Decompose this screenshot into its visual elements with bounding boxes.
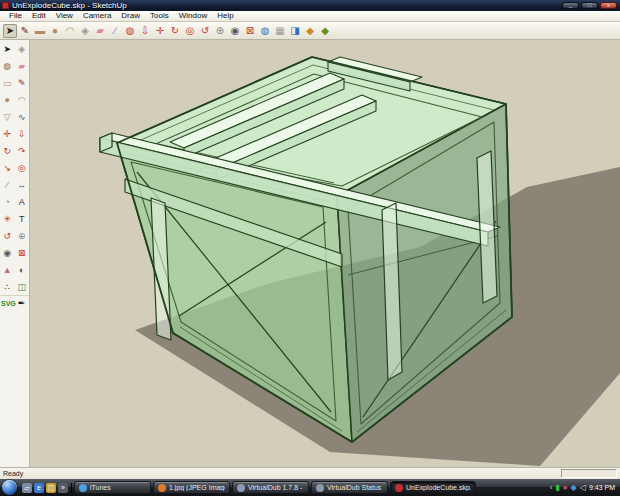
toolbar-tool-icon[interactable]: ⊕ bbox=[213, 24, 227, 38]
toolbar-tool-icon[interactable]: ✎ bbox=[18, 24, 32, 38]
palette-tool-icon[interactable]: ◐ bbox=[15, 261, 30, 278]
tray-icon[interactable]: ◆ bbox=[571, 483, 577, 493]
main-toolbar: ➤✎▬●◠◈▰∕◍⇩✛↻◎↺⊕◉⊠◍▦◨◆◆ bbox=[0, 22, 620, 40]
palette-tool-icon[interactable]: T bbox=[15, 210, 30, 227]
quick-launch-icon[interactable]: ◫ bbox=[46, 483, 56, 493]
taskbar-button[interactable]: iTunes bbox=[74, 481, 151, 494]
menu-item[interactable]: File bbox=[4, 11, 27, 21]
toolbar-tool-icon[interactable]: ⇩ bbox=[138, 24, 152, 38]
tray-icon[interactable]: ‹ bbox=[550, 483, 553, 493]
3d-viewport[interactable] bbox=[30, 40, 620, 467]
toolbar-tool-icon[interactable]: ∕ bbox=[108, 24, 122, 38]
toolbar-tool-icon[interactable]: ◆ bbox=[303, 24, 317, 38]
palette-tool-icon[interactable]: ↘ bbox=[0, 159, 15, 176]
svg-plugin-icon: ✒ bbox=[18, 298, 26, 308]
palette-tool-icon[interactable]: ↻ bbox=[0, 142, 15, 159]
palette-tool-icon[interactable]: ∿ bbox=[15, 108, 30, 125]
toolbar-tool-icon[interactable]: ◉ bbox=[228, 24, 242, 38]
palette-tool-icon[interactable]: ▲ bbox=[0, 261, 15, 278]
main-area: ➤◈◍▰▭✎●◠▽∿✛⇩↻↷↘◎∕↔◔A✳T↺⊕◉⊠▲◐∴◫ SVG ✒ bbox=[0, 40, 620, 467]
palette-tool-icon[interactable]: ↺ bbox=[0, 227, 15, 244]
taskbar-button[interactable]: VirtualDub 1.7.8 - [e... bbox=[232, 481, 309, 494]
toolbar-tool-icon[interactable]: ◨ bbox=[288, 24, 302, 38]
system-tray: ‹▮●◆◁ 9:43 PM bbox=[550, 483, 618, 493]
palette-tool-icon[interactable]: ⊠ bbox=[15, 244, 30, 261]
palette-tool-icon[interactable]: ∕ bbox=[0, 176, 15, 193]
palette-tool-icon[interactable]: ∴ bbox=[0, 278, 15, 295]
palette-tool-icon[interactable]: ⊕ bbox=[15, 227, 30, 244]
toolbar-tool-icon[interactable]: ● bbox=[48, 24, 62, 38]
close-button[interactable]: x bbox=[600, 2, 617, 9]
palette-tool-icon[interactable]: ◉ bbox=[0, 244, 15, 261]
taskbar-button[interactable]: UnExplodeCube.skp... bbox=[390, 481, 476, 494]
large-tool-set: ➤◈◍▰▭✎●◠▽∿✛⇩↻↷↘◎∕↔◔A✳T↺⊕◉⊠▲◐∴◫ SVG ✒ bbox=[0, 40, 30, 467]
palette-tool-icon[interactable]: ◫ bbox=[15, 278, 30, 295]
palette-tool-icon[interactable]: ◈ bbox=[15, 40, 30, 57]
taskbar-button-label: VirtualDub Status - [... bbox=[327, 484, 383, 491]
palette-tool-icon[interactable]: ✎ bbox=[15, 74, 30, 91]
taskbar-button-label: VirtualDub 1.7.8 - [e... bbox=[248, 484, 304, 491]
palette-tool-icon[interactable]: ◠ bbox=[15, 91, 30, 108]
menu-item[interactable]: Draw bbox=[116, 11, 145, 21]
quick-launch-icon[interactable]: ▱ bbox=[22, 483, 32, 493]
toolbar-tool-icon[interactable]: ⊠ bbox=[243, 24, 257, 38]
menu-item[interactable]: Help bbox=[212, 11, 238, 21]
toolbar-tool-icon[interactable]: ◆ bbox=[318, 24, 332, 38]
menu-item[interactable]: View bbox=[51, 11, 78, 21]
menu-item[interactable]: Camera bbox=[78, 11, 116, 21]
menu-item[interactable]: Tools bbox=[145, 11, 174, 21]
toolbar-tool-icon[interactable]: ➤ bbox=[3, 24, 17, 38]
palette-tool-icon[interactable]: ● bbox=[0, 91, 15, 108]
svg-plugin-row[interactable]: SVG ✒ bbox=[0, 295, 29, 310]
quick-launch-icon[interactable]: » bbox=[58, 483, 68, 493]
palette-tool-icon[interactable]: ⇩ bbox=[15, 125, 30, 142]
desktop: UnExplodeCube.skp - SketchUp _ □ x FileE… bbox=[0, 0, 620, 496]
toolbar-tool-icon[interactable]: ↺ bbox=[198, 24, 212, 38]
taskbar-button-label: UnExplodeCube.skp... bbox=[406, 484, 471, 491]
svg-plugin-label: SVG bbox=[1, 300, 16, 307]
palette-tool-icon[interactable]: ◎ bbox=[15, 159, 30, 176]
toolbar-tool-icon[interactable]: ✛ bbox=[153, 24, 167, 38]
maximize-button[interactable]: □ bbox=[581, 2, 598, 9]
palette-tool-icon[interactable]: ✛ bbox=[0, 125, 15, 142]
minimize-button[interactable]: _ bbox=[562, 2, 579, 9]
measurement-box[interactable] bbox=[561, 469, 617, 478]
palette-tool-icon[interactable]: A bbox=[15, 193, 30, 210]
quick-launch: ▱e◫» bbox=[19, 483, 72, 493]
palette-tool-icon[interactable]: ▭ bbox=[0, 74, 15, 91]
tray-icon[interactable]: ▮ bbox=[555, 483, 559, 493]
palette-tool-icon[interactable]: ↷ bbox=[15, 142, 30, 159]
toolbar-tool-icon[interactable]: ↻ bbox=[168, 24, 182, 38]
quick-launch-icon[interactable]: e bbox=[34, 483, 44, 493]
toolbar-tool-icon[interactable]: ◠ bbox=[63, 24, 77, 38]
menu-item[interactable]: Window bbox=[174, 11, 212, 21]
toolbar-tool-icon[interactable]: ◍ bbox=[123, 24, 137, 38]
toolbar-tool-icon[interactable]: ◈ bbox=[78, 24, 92, 38]
taskbar-button[interactable]: 1.jpg (JPEG Image, 1... bbox=[153, 481, 230, 494]
toolbar-tool-icon[interactable]: ◎ bbox=[183, 24, 197, 38]
taskbar-button-icon bbox=[316, 484, 324, 492]
task-buttons: iTunes 1.jpg (JPEG Image, 1... VirtualDu… bbox=[74, 481, 476, 494]
taskbar-button[interactable]: VirtualDub Status - [... bbox=[311, 481, 388, 494]
taskbar-button-icon bbox=[395, 484, 403, 492]
taskbar-button-label: iTunes bbox=[90, 484, 111, 491]
window-title: UnExplodeCube.skp - SketchUp bbox=[12, 1, 127, 11]
toolbar-tool-icon[interactable]: ▰ bbox=[93, 24, 107, 38]
palette-tool-icon[interactable]: ➤ bbox=[0, 40, 15, 57]
palette-tool-icon[interactable]: ◔ bbox=[0, 193, 15, 210]
toolbar-tool-icon[interactable]: ◍ bbox=[258, 24, 272, 38]
toolbar-tool-icon[interactable]: ▦ bbox=[273, 24, 287, 38]
title-bar: UnExplodeCube.skp - SketchUp _ □ x bbox=[0, 0, 620, 11]
palette-tool-icon[interactable]: ▽ bbox=[0, 108, 15, 125]
palette-tool-icon[interactable]: ▰ bbox=[15, 57, 30, 74]
tray-icon[interactable]: ● bbox=[563, 483, 568, 493]
model-cube-canvas[interactable] bbox=[30, 40, 620, 467]
palette-tool-icon[interactable]: ◍ bbox=[0, 57, 15, 74]
palette-tool-icon[interactable]: ↔ bbox=[15, 176, 30, 193]
start-button[interactable] bbox=[2, 480, 17, 495]
toolbar-tool-icon[interactable]: ▬ bbox=[33, 24, 47, 38]
palette-tool-icon[interactable]: ✳ bbox=[0, 210, 15, 227]
menu-item[interactable]: Edit bbox=[27, 11, 51, 21]
taskbar: ▱e◫» iTunes 1.jpg (JPEG Image, 1... Virt… bbox=[0, 479, 620, 496]
tray-icon[interactable]: ◁ bbox=[580, 483, 586, 493]
